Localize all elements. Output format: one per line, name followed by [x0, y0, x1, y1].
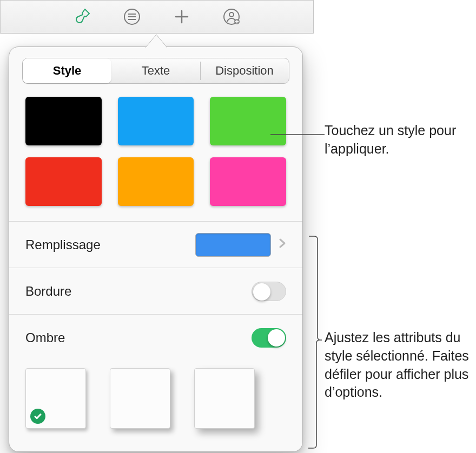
border-label: Bordure: [25, 284, 252, 299]
format-tabs: Style Texte Disposition: [22, 58, 289, 84]
style-swatch-blue[interactable]: [118, 97, 194, 145]
shadow-preset-1[interactable]: [25, 368, 86, 429]
fill-label: Remplissage: [25, 237, 195, 252]
checkmark-icon: [30, 409, 45, 424]
chevron-right-icon: [279, 238, 286, 252]
tab-text[interactable]: Texte: [111, 58, 200, 83]
shadow-toggle[interactable]: [252, 328, 286, 348]
tab-label: Texte: [142, 64, 170, 78]
svg-point-2: [229, 12, 234, 17]
format-brush-icon[interactable]: [72, 6, 92, 27]
popover-arrow: [146, 34, 167, 48]
border-toggle[interactable]: [252, 282, 286, 301]
style-swatch-grid: [9, 97, 302, 221]
list-icon[interactable]: [122, 6, 142, 27]
tab-layout[interactable]: Disposition: [200, 58, 289, 83]
shadow-preset-2[interactable]: [110, 368, 170, 429]
callout-apply-style: Touchez un style pour l’appliquer.: [325, 122, 476, 158]
style-swatch-red[interactable]: [25, 157, 102, 206]
shadow-preset-3[interactable]: [194, 368, 255, 429]
style-swatch-orange[interactable]: [118, 157, 194, 206]
fill-color-well[interactable]: [195, 233, 271, 257]
shadow-label: Ombre: [25, 330, 252, 345]
callout-adjust-attrs: Ajustez les attributs du style sélection…: [325, 329, 476, 402]
app-toolbar: [0, 0, 314, 34]
style-swatch-green[interactable]: [210, 97, 286, 145]
style-swatch-black[interactable]: [25, 97, 102, 145]
shadow-row: Ombre: [9, 314, 302, 361]
style-swatch-magenta[interactable]: [210, 157, 286, 206]
plus-icon[interactable]: [171, 6, 192, 27]
shadow-presets: [9, 361, 302, 429]
tab-style[interactable]: Style: [23, 58, 111, 83]
format-popover: Style Texte Disposition Remplissage Bord…: [9, 34, 303, 452]
tab-label: Disposition: [215, 64, 274, 78]
tab-label: Style: [53, 64, 82, 78]
collaborate-icon[interactable]: [221, 6, 242, 27]
border-row: Bordure: [9, 268, 302, 314]
fill-row[interactable]: Remplissage: [9, 221, 302, 268]
